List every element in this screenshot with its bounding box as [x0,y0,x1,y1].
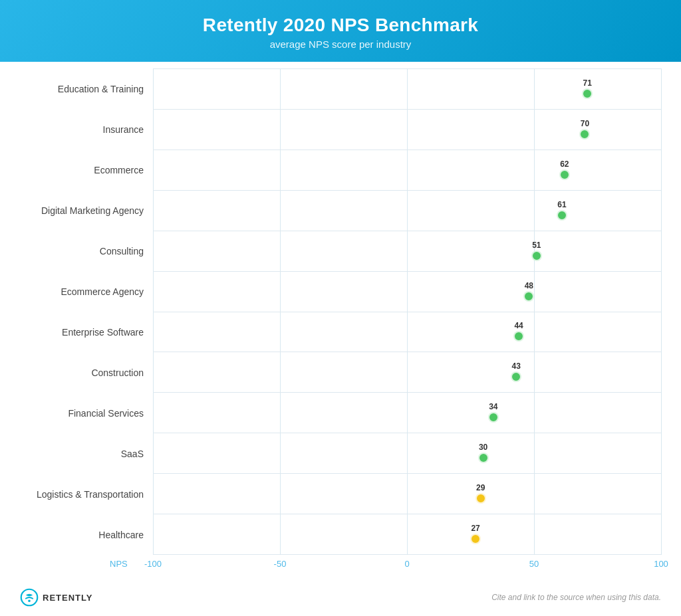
x-axis: NPS -100-50050100 [153,555,661,581]
x-tick-100: 100 [654,559,668,569]
y-label-9: SaaS [20,433,153,474]
data-row-1: 70 [153,110,661,150]
x-tick-50: 50 [529,559,539,569]
dot-value-1: 70 [581,120,589,128]
dot-wrapper-10: 29 [476,484,486,504]
svg-point-1 [28,600,31,603]
dot-value-10: 29 [476,484,485,492]
y-label-2: Ecommerce [20,150,153,190]
y-label-1: Insurance [20,109,153,150]
dot-3 [557,210,567,221]
dot-wrapper-8: 34 [488,403,499,423]
chart-title: Retently 2020 NPS Benchmark [13,15,668,36]
y-label-4: Consulting [20,231,153,271]
x-tick--100: -100 [144,559,162,569]
data-row-6: 44 [153,312,661,353]
y-label-6: Enterprise Software [20,312,153,352]
dot-6 [513,331,524,342]
y-label-10: Logistics & Transportation [20,474,153,514]
chart-area: Education & TrainingInsuranceEcommerceDi… [0,62,681,581]
data-row-11: 27 [153,514,661,555]
dot-wrapper-0: 71 [582,79,593,99]
dot-value-5: 48 [525,282,533,290]
dot-value-2: 62 [560,160,569,168]
dot-wrapper-2: 62 [559,160,570,180]
dot-8 [488,412,499,423]
data-row-5: 48 [153,272,661,312]
dot-wrapper-9: 30 [478,443,489,463]
data-row-0: 71 [153,68,661,110]
dot-0 [582,88,593,99]
dot-2 [559,169,570,180]
dot-wrapper-6: 44 [513,322,524,342]
dot-5 [523,291,534,302]
chart-subtitle: average NPS score per industry [13,39,668,50]
data-rows: 717062615148444334302927 [153,68,661,555]
dot-wrapper-3: 61 [557,201,567,221]
plot-area: 717062615148444334302927 [153,68,661,555]
y-label-11: Healthcare [20,514,153,555]
dot-value-4: 51 [532,241,541,249]
dot-value-11: 27 [471,524,479,532]
dot-wrapper-4: 51 [531,241,542,261]
dot-value-0: 71 [583,79,592,87]
chart-body: Education & TrainingInsuranceEcommerceDi… [20,68,661,555]
data-row-3: 61 [153,191,661,231]
dot-10 [476,493,486,504]
footer-citation: Cite and link to the source when using t… [491,593,661,602]
data-row-9: 30 [153,433,661,474]
dot-1 [579,129,590,140]
chart-container: Retently 2020 NPS Benchmark average NPS … [0,0,681,616]
dot-9 [478,453,489,463]
dot-value-8: 34 [489,403,497,411]
dot-value-7: 43 [512,362,521,370]
y-label-3: Digital Marketing Agency [20,190,153,231]
y-axis-labels: Education & TrainingInsuranceEcommerceDi… [20,68,153,555]
chart-footer: RETENTLY Cite and link to the source whe… [0,581,681,616]
data-row-7: 43 [153,352,661,393]
dot-value-9: 30 [479,443,487,451]
dot-wrapper-1: 70 [579,120,590,140]
y-label-8: Financial Services [20,393,153,433]
data-row-10: 29 [153,474,661,514]
x-tick--50: -50 [274,559,287,569]
logo-area: RETENTLY [20,588,92,607]
dot-7 [511,371,521,382]
retently-logo-icon [20,588,39,607]
data-row-4: 51 [153,231,661,272]
x-axis-label: NPS [110,559,128,569]
dot-11 [470,534,481,544]
grid-line-100 [661,68,662,555]
dot-4 [531,251,542,261]
logo-text: RETENTLY [43,593,92,603]
chart-header: Retently 2020 NPS Benchmark average NPS … [0,0,681,62]
data-row-2: 62 [153,150,661,191]
y-label-5: Ecommerce Agency [20,271,153,312]
dot-wrapper-7: 43 [511,362,521,382]
y-label-0: Education & Training [20,68,153,109]
data-row-8: 34 [153,393,661,433]
dot-wrapper-11: 27 [470,524,481,544]
dot-wrapper-5: 48 [523,282,534,302]
y-label-7: Construction [20,352,153,393]
dot-value-6: 44 [514,322,523,330]
x-tick-0: 0 [404,559,409,569]
dot-value-3: 61 [557,201,566,209]
